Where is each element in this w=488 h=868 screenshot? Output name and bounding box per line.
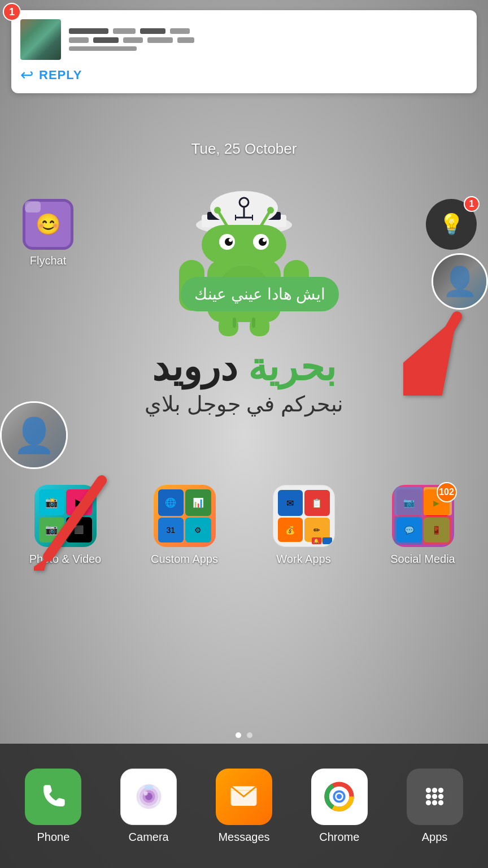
notif-row-1: [69, 28, 468, 34]
work-cell-3: 💰: [278, 518, 303, 542]
notification-avatar: [20, 19, 61, 60]
page-indicator: [0, 732, 488, 738]
android-mascot: [171, 164, 317, 339]
custom-apps-grid: 🌐 📊 31 ⚙: [154, 485, 216, 547]
red-arrow-left: [34, 469, 113, 571]
dock-messages[interactable]: Messages: [207, 769, 281, 844]
extra-overlay: [424, 517, 452, 545]
notif-sq1: [69, 37, 89, 43]
notif-row-2: [69, 37, 468, 43]
notification-lines: [69, 28, 468, 51]
work-apps-label: Work Apps: [264, 553, 343, 566]
chrome-icon: [324, 781, 355, 812]
svg-rect-28: [252, 318, 255, 328]
watermark-green-text: بحرية: [248, 345, 336, 388]
svg-rect-39: [145, 785, 153, 789]
svg-rect-27: [233, 318, 236, 328]
custom-cell-4: ⚙: [185, 518, 211, 542]
apps-icon-bg: [407, 769, 463, 825]
notif-line-long: [69, 46, 137, 51]
flychat-label: Flychat: [17, 254, 79, 267]
notif-sq4: [147, 37, 173, 43]
page-dot-1: [236, 732, 241, 738]
camera-icon: [133, 781, 164, 812]
svg-point-58: [438, 794, 443, 799]
camera-label: Camera: [112, 831, 185, 844]
page-dot-2: [247, 732, 252, 738]
phone-icon: [38, 781, 69, 812]
svg-point-23: [267, 207, 274, 214]
dock-apps[interactable]: Apps: [398, 769, 472, 844]
arabic-bubble: ايش هادا عيني عينك: [181, 277, 339, 311]
social-media-badge: 102: [437, 482, 457, 502]
red-arrow-right: [403, 305, 471, 396]
contact-avatar: 👤: [433, 255, 486, 308]
notification-card: ↩ REPLY: [11, 10, 477, 93]
svg-point-21: [214, 207, 221, 214]
work-cell-1: ✉: [278, 490, 303, 516]
chrome-label: Chrome: [303, 831, 376, 844]
tg-overlay: [394, 517, 422, 545]
custom-apps-icon: 🌐 📊 31 ⚙: [154, 485, 216, 547]
social-media-folder[interactable]: 📷 ▶ 💬 📱 102 Social Media: [384, 485, 463, 566]
svg-point-53: [426, 788, 431, 793]
custom-apps-label: Custom Apps: [145, 553, 224, 566]
work-apps-folder[interactable]: ✉ 📋 💰 ✏ 🔔 Work Apps: [264, 485, 343, 566]
notif-line-med: [113, 28, 136, 34]
svg-point-54: [432, 788, 437, 793]
date-label: Tue, 25 October: [0, 140, 488, 158]
dock-camera[interactable]: Camera: [112, 769, 185, 844]
notif-row-3: [69, 46, 468, 51]
work-cell-2: 📋: [304, 490, 330, 516]
person-avatar: 👤: [2, 403, 66, 467]
work-sub1: 🔔: [312, 537, 321, 544]
notif-sq3: [123, 37, 143, 43]
person-badge: 1: [3, 3, 21, 21]
reply-arrow-icon: ↩: [20, 66, 33, 84]
svg-point-18: [229, 238, 232, 242]
notif-line-med2: [170, 28, 190, 34]
notif-sq2: [93, 37, 119, 43]
social-media-label: Social Media: [384, 553, 463, 566]
dock-chrome[interactable]: Chrome: [303, 769, 376, 844]
messages-icon-bg: [216, 769, 272, 825]
phone-icon-bg: [25, 769, 81, 825]
watermark-dark-text: درويد: [152, 345, 237, 388]
chrome-icon-bg: [311, 769, 368, 825]
apps-grid-icon: [419, 781, 450, 812]
apps-label: Apps: [398, 831, 472, 844]
flash-app-icon[interactable]: 💡 1: [420, 199, 482, 250]
svg-point-59: [426, 800, 431, 805]
notif-sq5: [177, 37, 194, 43]
dock: Phone Camera: [0, 744, 488, 868]
svg-point-57: [432, 794, 437, 799]
work-apps-icon: ✉ 📋 💰 ✏ 🔔: [273, 485, 335, 547]
svg-point-61: [438, 800, 443, 805]
flychat-app-icon[interactable]: 😊 Flychat: [17, 199, 79, 267]
phone-label: Phone: [16, 831, 90, 844]
contact-circle[interactable]: 👤: [432, 253, 488, 310]
camera-icon-bg: [120, 769, 177, 825]
reply-button[interactable]: ↩ REPLY: [20, 66, 468, 84]
svg-line-30: [415, 316, 457, 390]
flychat-icon-bg: 😊: [23, 199, 73, 250]
twitter-overlay: [394, 487, 422, 515]
svg-line-32: [48, 480, 102, 557]
person-circle[interactable]: 👤: [0, 401, 68, 469]
custom-cell-2: 📊: [185, 489, 211, 516]
notification-text-area: [69, 28, 468, 51]
custom-cell-1: 🌐: [158, 489, 184, 516]
work-sub2: [323, 537, 332, 544]
notif-line-dark: [69, 28, 108, 34]
svg-point-19: [263, 238, 266, 242]
custom-apps-folder[interactable]: 🌐 📊 31 ⚙ Custom Apps: [145, 485, 224, 566]
reply-label: REPLY: [39, 68, 82, 83]
custom-cell-3: 31: [158, 518, 184, 542]
flash-badge: 1: [464, 196, 480, 212]
bulb-icon: 💡: [439, 212, 464, 236]
dock-phone[interactable]: Phone: [16, 769, 90, 844]
svg-point-55: [438, 788, 443, 793]
svg-rect-13: [202, 225, 286, 264]
messages-label: Messages: [207, 831, 281, 844]
notification-content: [20, 19, 468, 60]
